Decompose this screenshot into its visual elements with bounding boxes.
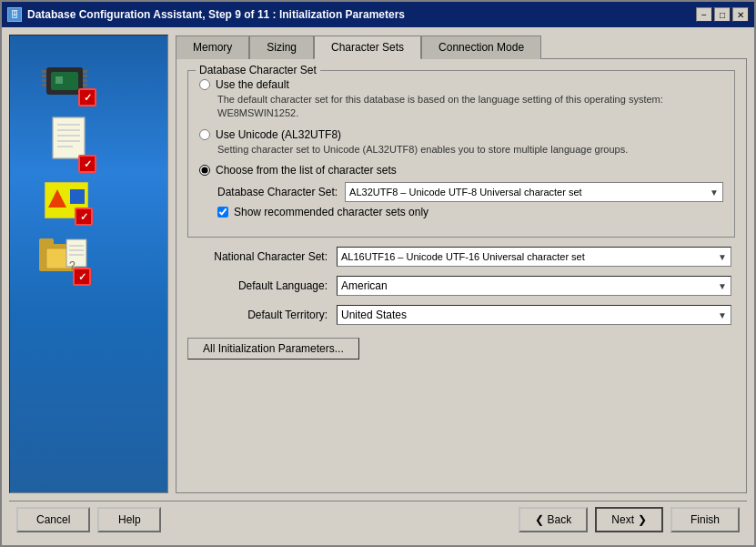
national-charset-select[interactable]: AL16UTF16 – Unicode UTF-16 Universal cha… — [337, 247, 731, 267]
close-button[interactable]: ✕ — [732, 7, 749, 22]
territory-select-arrow: ▼ — [718, 310, 727, 320]
svg-rect-2 — [42, 75, 46, 77]
cancel-button[interactable]: Cancel — [16, 507, 90, 532]
left-panel: ✓ — [9, 35, 168, 493]
radio-use-default[interactable] — [199, 79, 210, 90]
svg-rect-5 — [83, 70, 87, 73]
national-charset-arrow: ▼ — [718, 252, 727, 262]
charset-selector-row: Database Character Set: AL32UTF8 – Unico… — [217, 182, 723, 202]
tab-content: Database Character Set Use the default T… — [176, 58, 747, 493]
default-language-row: Default Language: American ▼ — [187, 276, 735, 296]
radio-row-3: Choose from the list of character sets — [199, 164, 723, 177]
radio-label-default: Use the default — [216, 78, 289, 91]
database-charset-group: Database Character Set Use the default T… — [187, 70, 735, 238]
minimize-button[interactable]: − — [696, 7, 712, 22]
bottom-right-buttons: ❮ Back Next ❯ Finish — [519, 507, 740, 532]
checkmark-badge-4: ✓ — [73, 268, 91, 286]
main-content: ✓ — [9, 35, 747, 493]
svg-rect-11 — [53, 117, 85, 158]
svg-rect-22 — [39, 238, 54, 246]
default-language-select[interactable]: American ▼ — [337, 276, 731, 296]
radio-desc-unicode: Setting character set to Unicode (AL32UT… — [217, 143, 723, 157]
national-charset-value: AL16UTF16 – Unicode UTF-16 Universal cha… — [341, 251, 585, 262]
radio-row-2: Use Unicode (AL32UTF8) — [199, 128, 723, 141]
language-select-arrow: ▼ — [718, 281, 727, 291]
radio-label-choose: Choose from the list of character sets — [216, 164, 397, 177]
title-bar-left: 🗄 Database Configuration Assistant, Step… — [7, 7, 405, 22]
checkmark-badge-3: ✓ — [75, 208, 93, 226]
show-recommended-label: Show recommended character sets only — [234, 206, 428, 218]
show-recommended-checkbox[interactable] — [217, 207, 228, 218]
radio-row-1: Use the default — [199, 78, 723, 91]
default-territory-label: Default Territory: — [191, 309, 328, 321]
svg-rect-20 — [70, 189, 85, 204]
tab-sizing[interactable]: Sizing — [249, 35, 314, 59]
radio-choose-from-list[interactable] — [199, 165, 210, 176]
svg-rect-3 — [42, 79, 46, 82]
svg-rect-6 — [83, 75, 87, 77]
svg-rect-9 — [51, 72, 78, 90]
svg-rect-7 — [83, 79, 87, 82]
tab-connection-mode[interactable]: Connection Mode — [421, 35, 541, 59]
radio-use-unicode[interactable] — [199, 129, 210, 140]
svg-rect-10 — [55, 76, 63, 84]
title-bar: 🗄 Database Configuration Assistant, Step… — [2, 2, 754, 27]
icon-shapes-item: ✓ — [45, 182, 88, 221]
svg-rect-8 — [83, 84, 87, 86]
default-language-value: American — [341, 279, 388, 292]
checkmark-badge-1: ✓ — [78, 88, 96, 106]
svg-rect-4 — [42, 84, 46, 86]
bottom-left-buttons: Cancel Help — [16, 507, 161, 532]
svg-rect-1 — [42, 70, 46, 73]
default-language-label: Default Language: — [191, 279, 328, 292]
tabs-bar: Memory Sizing Character Sets Connection … — [176, 35, 747, 58]
next-arrow-icon: ❯ — [638, 513, 647, 526]
icon-doc-item: ✓ — [51, 116, 92, 168]
radio-option-default: Use the default The default character se… — [199, 78, 723, 121]
national-charset-label: National Character Set: — [191, 250, 328, 263]
default-territory-select[interactable]: United States ▼ — [337, 305, 731, 325]
bottom-bar: Cancel Help ❮ Back Next ❯ Finish — [9, 501, 747, 538]
tab-memory[interactable]: Memory — [176, 35, 249, 59]
radio-label-unicode: Use Unicode (AL32UTF8) — [216, 128, 341, 141]
back-button[interactable]: ❮ Back — [519, 507, 589, 532]
default-territory-row: Default Territory: United States ▼ — [187, 305, 735, 325]
finish-button[interactable]: Finish — [670, 507, 740, 532]
window-body: ✓ — [2, 27, 754, 545]
radio-option-choose: Choose from the list of character sets D… — [199, 164, 723, 218]
tab-character-sets[interactable]: Character Sets — [314, 35, 421, 59]
icon-folder-item: ? ✓ — [39, 235, 89, 288]
help-button[interactable]: Help — [97, 507, 161, 532]
right-panel: Memory Sizing Character Sets Connection … — [176, 35, 747, 493]
window-title: Database Configuration Assistant, Step 9… — [27, 8, 405, 21]
charset-selector-label: Database Character Set: — [217, 186, 338, 198]
show-recommended-row: Show recommended character sets only — [217, 206, 723, 218]
charset-select-arrow: ▼ — [710, 187, 719, 198]
title-bar-controls: − □ ✕ — [696, 7, 749, 22]
group-title: Database Character Set — [196, 64, 320, 76]
charset-select[interactable]: AL32UTF8 – Unicode UTF-8 Universal chara… — [345, 182, 723, 202]
app-icon: 🗄 — [7, 7, 22, 22]
charset-select-value: AL32UTF8 – Unicode UTF-8 Universal chara… — [349, 187, 582, 198]
next-button[interactable]: Next ❯ — [595, 507, 663, 532]
left-panel-icons: ✓ — [10, 35, 167, 492]
all-init-params-button[interactable]: All Initialization Parameters... — [187, 338, 359, 360]
radio-option-unicode: Use Unicode (AL32UTF8) Setting character… — [199, 128, 723, 157]
national-charset-row: National Character Set: AL16UTF16 – Unic… — [187, 247, 735, 267]
default-territory-value: United States — [341, 309, 407, 321]
radio-desc-default: The default character set for this datab… — [217, 93, 723, 121]
maximize-button[interactable]: □ — [714, 7, 731, 22]
checkmark-badge-2: ✓ — [78, 155, 96, 173]
back-label: Back — [548, 513, 572, 526]
next-label: Next — [611, 513, 634, 526]
init-params-section: All Initialization Parameters... — [187, 334, 735, 360]
icon-chip-item: ✓ — [37, 63, 92, 102]
main-window: 🗄 Database Configuration Assistant, Step… — [0, 0, 756, 547]
back-arrow-icon: ❮ — [535, 513, 544, 526]
